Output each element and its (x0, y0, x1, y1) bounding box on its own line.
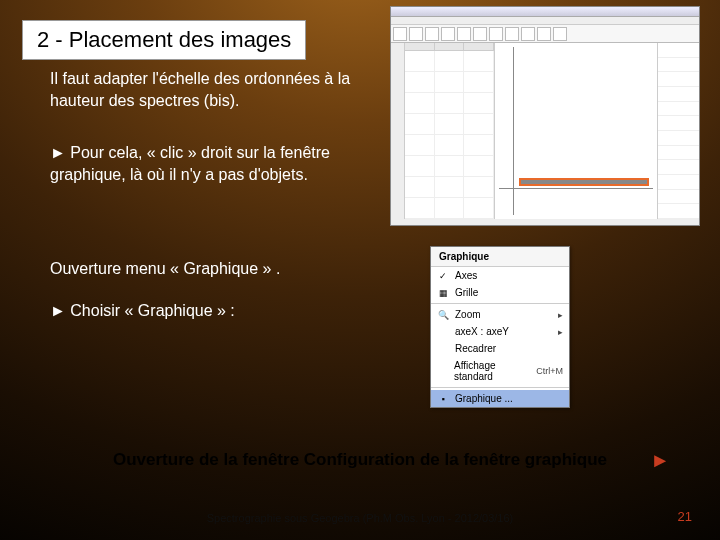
spectrum-highlight (519, 178, 649, 186)
settings-icon: ▪ (437, 394, 449, 404)
menu-item-grid[interactable]: ▦ Grille (431, 284, 569, 301)
paragraph-4: ► Choisir « Graphique » : (50, 300, 235, 322)
menu-item-axis-ratio[interactable]: axeX : axeY ▸ (431, 323, 569, 340)
status-bar (391, 219, 699, 225)
menu-label: Graphique ... (455, 393, 513, 404)
menu-item-recenter[interactable]: Recadrer (431, 340, 569, 357)
paragraph-1: Il faut adapter l'échelle des ordonnées … (50, 68, 390, 111)
menu-item-zoom[interactable]: 🔍 Zoom ▸ (431, 306, 569, 323)
footer-text: Spectrographie sous Geogebra (Ph.M Obs. … (0, 512, 720, 524)
zoom-icon: 🔍 (437, 310, 449, 320)
context-menu-title: Graphique (431, 247, 569, 267)
algebra-sidebar (391, 43, 405, 219)
submenu-arrow-icon: ▸ (558, 310, 563, 320)
menu-item-axes[interactable]: Axes (431, 267, 569, 284)
menu-label: Grille (455, 287, 478, 298)
paragraph-2: ► Pour cela, « clic » droit sur la fenêt… (50, 142, 380, 185)
window-titlebar (391, 7, 699, 17)
bottom-caption: Ouverture de la fenêtre Configuration de… (0, 450, 720, 470)
menu-item-graphique[interactable]: ▪ Graphique ... (431, 390, 569, 407)
menu-label: Axes (455, 270, 477, 281)
check-icon (437, 271, 449, 281)
slide-title: 2 - Placement des images (22, 20, 306, 60)
spreadsheet-panel (405, 43, 495, 219)
window-menubar (391, 17, 699, 25)
geogebra-screenshot (390, 6, 700, 226)
menu-shortcut: Ctrl+M (536, 366, 563, 376)
page-number: 21 (678, 509, 692, 524)
menu-label: Recadrer (455, 343, 496, 354)
menu-label: Zoom (455, 309, 481, 320)
grid-icon: ▦ (437, 288, 449, 298)
paragraph-3: Ouverture menu « Graphique » . (50, 258, 280, 280)
right-spreadsheet (657, 43, 699, 219)
menu-label: axeX : axeY (455, 326, 509, 337)
submenu-arrow-icon: ▸ (558, 327, 563, 337)
menu-label: Affichage standard (454, 360, 530, 382)
context-menu: Graphique Axes ▦ Grille 🔍 Zoom ▸ axeX : … (430, 246, 570, 408)
window-toolbar (391, 25, 699, 43)
next-arrow-icon: ► (650, 449, 670, 472)
graphics-view (495, 43, 657, 219)
menu-item-standard[interactable]: Affichage standard Ctrl+M (431, 357, 569, 385)
